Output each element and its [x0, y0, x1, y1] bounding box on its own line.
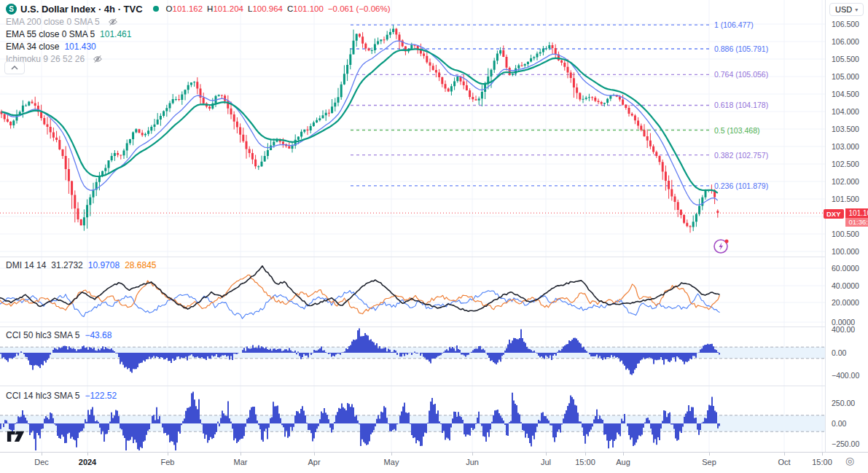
ohlc-values: O101.162 H101.204 L100.964 C101.100 −0.0…: [166, 4, 391, 13]
time-axis-tick: [314, 453, 315, 456]
cci50-legend[interactable]: CCI 50 hlc3 SMA 5 −43.68: [6, 330, 112, 340]
time-axis-label: Jul: [541, 458, 551, 466]
symbol-title-row[interactable]: S U.S. Dollar Index · 4h · TVC O101.162 …: [6, 2, 391, 15]
time-axis-label: Dec: [34, 458, 49, 466]
pane-separator[interactable]: [0, 386, 825, 386]
market-status-dot: [153, 6, 159, 12]
change-value: −0.061 (−0.06%): [328, 4, 391, 13]
ema55-value: 101.461: [100, 29, 131, 39]
flash-events-button[interactable]: [713, 238, 730, 255]
time-axis-label: 2024: [79, 458, 96, 466]
price-axis-label: 103.500: [832, 125, 859, 133]
price-axis-label: 20.0000: [832, 298, 859, 307]
main-legend: S U.S. Dollar Index · 4h · TVC O101.162 …: [6, 2, 391, 66]
price-axis-label: 104.000: [832, 107, 859, 116]
price-axis-label: 0.00: [832, 419, 846, 428]
time-axis-label: 15:00: [575, 458, 595, 466]
cci50-value: −43.68: [85, 330, 112, 340]
time-axis-tick: [546, 453, 547, 456]
indicator-row-ema34[interactable]: EMA 34 close 101.430: [6, 41, 391, 52]
time-axis-label: 15:00: [812, 458, 832, 466]
time-axis-label: May: [384, 458, 399, 466]
price-axis-label: 0.00: [832, 348, 846, 357]
eye-off-icon[interactable]: [108, 17, 118, 27]
go-to-date-icon[interactable]: ◎: [845, 455, 854, 466]
price-axis-label: 103.000: [832, 142, 859, 151]
price-axis-label: −400.00: [832, 371, 859, 380]
fib-level-label[interactable]: 0.236 (101.879): [714, 181, 768, 190]
price-axis-label: 250.00: [832, 399, 855, 407]
price-axis-label: 106.000: [832, 37, 859, 46]
fib-level-label[interactable]: 0.764 (105.056): [714, 70, 768, 79]
eye-off-icon[interactable]: [93, 54, 103, 64]
time-axis[interactable]: ◎ Dec2024FebMarAprMayJunJul15:00AugSepOc…: [0, 452, 868, 473]
pane-separator[interactable]: [0, 327, 825, 327]
currency-dropdown[interactable]: USD▾: [829, 3, 864, 16]
price-axis-label: 105.000: [832, 72, 859, 81]
price-axis-label: 100.000: [832, 247, 859, 256]
fib-level-label[interactable]: 1 (106.477): [714, 20, 754, 29]
fib-level-label[interactable]: 0.886 (105.791): [714, 44, 768, 53]
pane-separator[interactable]: [0, 257, 825, 257]
indicator-row-ichimoku[interactable]: Ichimoku 9 26 52 26: [6, 53, 391, 65]
symbol-logo: S: [6, 4, 17, 15]
cci14-value: −122.52: [85, 391, 117, 401]
time-axis-label: Mar: [234, 458, 248, 466]
tradingview-logo[interactable]: [7, 429, 31, 445]
fib-level-label[interactable]: 0.618 (104.178): [714, 101, 768, 109]
time-axis-label: Jun: [466, 458, 479, 466]
ticker-badge: DXY: [824, 209, 844, 219]
price-axis-label: 105.500: [832, 55, 859, 63]
time-axis-label: Feb: [161, 458, 175, 466]
time-axis-tick: [709, 453, 710, 456]
cci14-legend[interactable]: CCI 14 hlc3 SMA 5 −122.52: [6, 391, 117, 401]
time-axis-tick: [241, 453, 241, 456]
time-axis-tick: [784, 453, 785, 456]
price-axis-label: 102.000: [832, 177, 859, 186]
chart-area[interactable]: [0, 0, 825, 452]
time-axis-tick: [391, 453, 392, 456]
price-axis-label: 101.500: [832, 195, 859, 203]
price-axis-label: 100.500: [832, 230, 859, 238]
time-axis-label: Apr: [308, 458, 320, 466]
time-axis-tick: [472, 453, 473, 456]
time-axis-label: Aug: [616, 458, 630, 466]
bar-countdown: 01:36:36: [845, 218, 868, 227]
tradingview-chart-window: S U.S. Dollar Index · 4h · TVC O101.162 …: [0, 0, 868, 473]
time-axis-tick: [87, 453, 88, 456]
minus-di-value: 28.6845: [125, 260, 156, 270]
indicator-row-ema200[interactable]: EMA 200 close 0 SMA 5: [6, 16, 391, 28]
dmi-legend[interactable]: DMI 14 14 31.2732 10.9708 28.6845: [6, 260, 157, 270]
price-axis-label: 104.500: [832, 90, 859, 98]
time-axis-label: Oct: [778, 458, 790, 466]
price-axis-label: 40.0000: [832, 281, 859, 290]
price-axis-label: −250.00: [832, 439, 859, 448]
ema34-value: 101.430: [64, 42, 95, 52]
price-axis-label: 400.00: [832, 325, 855, 334]
legend-collapse-button[interactable]: [4, 61, 25, 74]
time-axis-tick: [585, 453, 586, 456]
indicator-row-ema55[interactable]: EMA 55 close 0 SMA 5 101.461: [6, 28, 391, 40]
plus-di-value: 10.9708: [88, 260, 120, 270]
fib-level-label[interactable]: 0.5 (103.468): [714, 126, 759, 135]
time-axis-tick: [822, 453, 823, 456]
chevron-down-icon: ▾: [855, 7, 858, 13]
symbol-title[interactable]: U.S. Dollar Index · 4h · TVC: [20, 4, 143, 15]
price-axis-label: 60.0000: [832, 264, 859, 273]
adx-value: 31.2732: [51, 260, 82, 270]
time-axis-tick: [42, 453, 42, 456]
last-price-label: DXY 101.100 01:36:36: [824, 208, 868, 227]
fib-level-label[interactable]: 0.382 (102.757): [714, 151, 768, 160]
time-axis-tick: [168, 453, 168, 456]
price-axis-label: 102.500: [832, 160, 859, 168]
last-price-value: 101.100: [845, 208, 868, 218]
price-axis-label: 106.500: [832, 20, 859, 28]
time-axis-tick: [623, 453, 624, 456]
time-axis-label: Sep: [702, 458, 716, 466]
